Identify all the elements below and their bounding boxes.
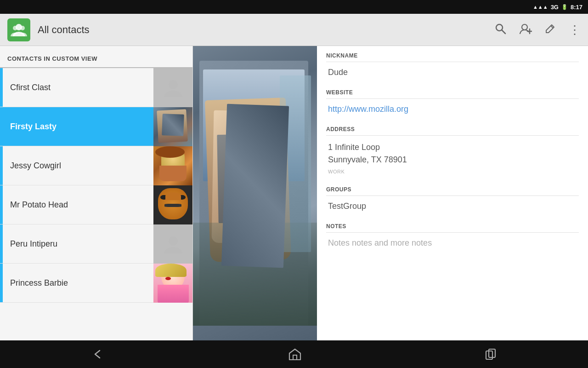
svg-line-4 — [502, 30, 506, 34]
network-label: 3G — [551, 4, 559, 11]
back-button[interactable] — [91, 349, 105, 360]
search-icon[interactable] — [494, 23, 506, 37]
contact-name: Jessy Cowgirl — [3, 161, 153, 171]
app-bar-actions: ⋮ — [494, 23, 581, 37]
add-contact-icon[interactable] — [519, 23, 532, 37]
contacts-sidebar: CONTACTS IN CUSTOM VIEW Cfirst Clast Fir… — [0, 46, 193, 340]
status-bar: ▲▲▲ 3G 🔋 8:17 — [0, 0, 588, 14]
address-value: 1 Infinite Loop Sunnyvale, TX 78901 — [326, 139, 579, 172]
contact-info-panel: NICKNAME Dude WEBSITE http://www.mozilla… — [317, 46, 588, 340]
avatar — [153, 185, 192, 224]
notes-value: Notes notes and more notes — [326, 236, 579, 253]
svg-point-9 — [169, 236, 178, 246]
avatar — [153, 68, 192, 107]
contact-name: Princess Barbie — [3, 278, 153, 288]
contacts-header: CONTACTS IN CUSTOM VIEW — [0, 46, 192, 68]
address-type: WORK — [326, 169, 579, 180]
contact-item-active[interactable]: Firsty Lasty — [0, 107, 192, 146]
contact-name: Firsty Lasty — [3, 122, 153, 132]
website-label: WEBSITE — [326, 83, 579, 99]
contact-name: Peru Intiperu — [3, 239, 153, 249]
contact-item[interactable]: Mr Potato Head — [0, 185, 192, 224]
contact-name: Mr Potato Head — [3, 200, 153, 210]
svg-point-2 — [20, 26, 25, 30]
contact-detail: NICKNAME Dude WEBSITE http://www.mozilla… — [193, 46, 588, 340]
edit-icon[interactable] — [545, 23, 556, 37]
nickname-section: NICKNAME Dude — [326, 46, 579, 83]
groups-label: GROUPS — [326, 180, 579, 196]
app-logo — [7, 18, 30, 41]
app-bar: All contacts ⋮ — [0, 14, 588, 46]
svg-rect-10 — [293, 355, 297, 360]
website-section: WEBSITE http://www.mozilla.org — [326, 83, 579, 120]
contact-photo — [193, 46, 317, 340]
avatar — [153, 264, 192, 303]
battery-icon: 🔋 — [561, 4, 568, 10]
notes-section: NOTES Notes notes and more notes — [326, 217, 579, 253]
address-section: ADDRESS 1 Infinite Loop Sunnyvale, TX 78… — [326, 120, 579, 180]
contacts-list: Cfirst Clast Firsty Lasty — [0, 68, 192, 340]
home-button[interactable] — [288, 348, 301, 361]
app-title: All contacts — [38, 24, 494, 36]
avatar — [153, 146, 192, 185]
svg-point-5 — [522, 24, 527, 30]
contact-photo-panel — [193, 46, 317, 340]
nickname-value: Dude — [326, 66, 579, 83]
nickname-label: NICKNAME — [326, 46, 579, 62]
avatar — [153, 107, 192, 146]
website-value[interactable]: http://www.mozilla.org — [326, 103, 579, 120]
time-display: 8:17 — [571, 4, 582, 11]
address-label: ADDRESS — [326, 120, 579, 136]
contact-item[interactable]: Peru Intiperu — [0, 224, 192, 264]
contact-item[interactable]: Jessy Cowgirl — [0, 146, 192, 185]
contact-item[interactable]: Cfirst Clast — [0, 68, 192, 107]
main-content: CONTACTS IN CUSTOM VIEW Cfirst Clast Fir… — [0, 46, 588, 340]
avatar — [153, 224, 192, 264]
groups-section: GROUPS TestGroup — [326, 180, 579, 217]
notes-label: NOTES — [326, 217, 579, 233]
groups-value: TestGroup — [326, 200, 579, 217]
network-icon: ▲▲▲ — [533, 4, 548, 10]
nav-bar — [0, 340, 588, 368]
contact-name: Cfirst Clast — [3, 83, 153, 92]
svg-point-1 — [13, 26, 17, 30]
more-icon[interactable]: ⋮ — [569, 24, 581, 36]
recents-button[interactable] — [485, 348, 497, 360]
contacts-header-label: CONTACTS IN CUSTOM VIEW — [7, 55, 97, 62]
svg-point-8 — [169, 80, 178, 89]
contact-item[interactable]: Princess Barbie — [0, 264, 192, 303]
